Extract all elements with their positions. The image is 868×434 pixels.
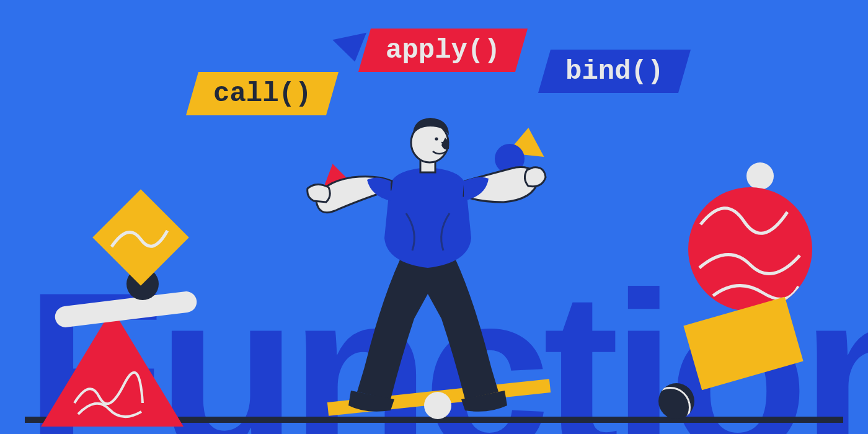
bind-label: bind() — [565, 56, 663, 87]
illustration-stage: Function call() apply() bind() — [0, 0, 868, 434]
ball-light-small-icon — [746, 162, 774, 190]
svg-point-2 — [435, 137, 438, 140]
ball-dark-right-icon — [658, 383, 694, 419]
bind-pill: bind() — [538, 50, 691, 93]
circle-red-large-icon — [688, 187, 812, 311]
apply-pill: apply() — [358, 29, 528, 72]
triangle-squiggle-icon — [68, 347, 155, 422]
apply-label: apply() — [386, 35, 500, 66]
call-label: call() — [213, 78, 311, 109]
juggler-person-icon — [298, 108, 558, 418]
